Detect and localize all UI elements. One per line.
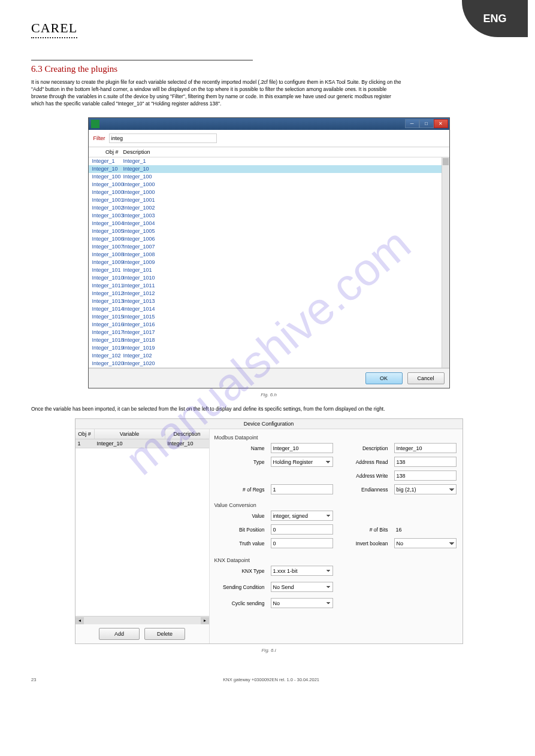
list-row[interactable]: Integer_102Integer_102 — [89, 352, 449, 360]
dialog2-title: Device Configuration — [75, 419, 463, 429]
row-desc: Integer_101 — [123, 267, 446, 273]
close-button[interactable]: ✕ — [434, 119, 448, 128]
scrollbar-thumb[interactable] — [443, 158, 449, 165]
list-row[interactable]: Integer_1011Integer_1011 — [89, 282, 449, 290]
doc-ref: KNX gateway +0300092EN rel. 1.0 - 30.04.… — [223, 677, 319, 682]
sendcond-select[interactable]: No Send — [271, 582, 333, 592]
type-select[interactable]: Holding Register — [271, 457, 333, 467]
value-select[interactable]: integer, signed — [271, 511, 333, 521]
scroll-right-icon[interactable]: ▸ — [201, 617, 209, 624]
list-row[interactable]: Integer_1020Integer_1020 — [89, 360, 449, 368]
col-desc: Description — [123, 149, 446, 155]
list-row[interactable]: Integer_1006Integer_1006 — [89, 235, 449, 243]
row-obj: Integer_1016 — [92, 321, 123, 327]
app-icon — [91, 120, 99, 128]
filter-input[interactable] — [109, 133, 217, 143]
list-row[interactable]: Integer_1016Integer_1016 — [89, 321, 449, 329]
cancel-button[interactable]: Cancel — [407, 372, 445, 384]
left-row[interactable]: 1 Integer_10 Integer_10 — [75, 439, 209, 448]
list-row[interactable]: Integer_1015Integer_1015 — [89, 313, 449, 321]
list-row[interactable]: Integer_1017Integer_1017 — [89, 329, 449, 336]
row-obj: Integer_1007 — [92, 244, 123, 250]
section-separator — [31, 60, 253, 60]
row-obj: Integer_1018 — [92, 337, 123, 343]
row-desc: Integer_1002 — [123, 205, 446, 211]
list-row[interactable]: Integer_1009Integer_1009 — [89, 259, 449, 266]
row-desc: Integer_1013 — [123, 298, 446, 304]
page-footer: 23 KNX gateway +0300092EN rel. 1.0 - 30.… — [31, 677, 506, 682]
filter-label: Filter — [93, 135, 105, 141]
list-row[interactable]: Integer_10Integer_10 — [89, 165, 449, 173]
endian-select[interactable]: big (2,1) — [394, 484, 457, 494]
row-desc: Integer_1016 — [123, 321, 446, 327]
list-row[interactable]: Integer_1003Integer_1003 — [89, 212, 449, 220]
ok-button[interactable]: OK — [365, 372, 403, 384]
invbool-select[interactable]: No — [394, 538, 457, 548]
row-obj: Integer_1005 — [92, 228, 123, 234]
addr-write-label: Address Write — [338, 473, 389, 479]
list-row[interactable]: Integer_1014Integer_1014 — [89, 305, 449, 313]
list-row[interactable]: Integer_101Integer_101 — [89, 266, 449, 274]
list-row[interactable]: Integer_1000Integer_1000 — [89, 189, 449, 196]
filter-bar: Filter — [89, 130, 449, 147]
scroll-left-icon[interactable]: ◂ — [75, 617, 84, 624]
row-desc: Integer_1019 — [123, 345, 446, 351]
bitpos-input[interactable] — [271, 524, 333, 535]
list-row[interactable]: Integer_1019Integer_1019 — [89, 344, 449, 352]
row-obj: Integer_1006 — [92, 236, 123, 242]
row-obj: Integer_1000 — [92, 181, 123, 187]
list-row[interactable]: Integer_1001Integer_1001 — [89, 196, 449, 204]
name-label: Name — [214, 445, 266, 451]
delete-button[interactable]: Delete — [144, 628, 185, 640]
list-row[interactable]: Integer_100Integer_100 — [89, 173, 449, 181]
row-obj: Integer_1012 — [92, 290, 123, 296]
list-row[interactable]: Integer_1012Integer_1012 — [89, 290, 449, 297]
list-row[interactable]: Integer_1008Integer_1008 — [89, 251, 449, 259]
desc-input[interactable] — [394, 443, 457, 453]
row-desc: Integer_1020 — [123, 360, 446, 366]
horizontal-scrollbar[interactable]: ◂ ▸ — [75, 616, 209, 624]
bitpos-label: Bit Position — [214, 527, 266, 533]
group-value: Value Conversion — [214, 500, 457, 511]
list-row[interactable]: Integer_1007Integer_1007 — [89, 243, 449, 251]
language-tab: ENG — [462, 0, 528, 37]
row-desc: Integer_10 — [123, 166, 446, 172]
row-obj: Integer_1010 — [92, 275, 123, 281]
minimize-button[interactable]: ─ — [405, 119, 419, 128]
button-row: OK Cancel — [89, 368, 449, 388]
add-button[interactable]: Add — [99, 628, 140, 640]
regs-input[interactable] — [271, 484, 333, 494]
list-row[interactable]: Integer_1005Integer_1005 — [89, 227, 449, 235]
list-row[interactable]: Integer_1002Integer_1002 — [89, 204, 449, 212]
regs-label: # of Regs — [214, 487, 266, 493]
row-desc: Integer_1000 — [123, 181, 446, 187]
row-desc: Integer_1005 — [123, 228, 446, 234]
name-input[interactable] — [271, 443, 333, 453]
list-row[interactable]: Integer_1013Integer_1013 — [89, 297, 449, 305]
knxtype-select[interactable]: 1.xxx 1-bit — [271, 566, 333, 576]
list-row[interactable]: Integer_1Integer_1 — [89, 157, 449, 165]
nbits-value — [394, 524, 457, 535]
right-pane: Modbus Datapoint Name Description Type H… — [210, 429, 463, 643]
list-row[interactable]: Integer_1018Integer_1018 — [89, 336, 449, 344]
row-obj: Integer_1001 — [92, 197, 123, 203]
list-row[interactable]: Integer_1010Integer_1010 — [89, 274, 449, 282]
row-obj: Integer_1003 — [92, 212, 123, 218]
addr-write-input[interactable] — [394, 470, 457, 481]
list-row[interactable]: Integer_1000Integer_1000 — [89, 181, 449, 189]
row-desc: Integer_1004 — [123, 220, 446, 226]
row-desc: Integer_1000 — [123, 189, 446, 195]
group-knx: KNX Datapoint — [214, 555, 457, 566]
row-desc: Integer_1010 — [123, 275, 446, 281]
row-obj: Integer_1 — [92, 158, 123, 164]
row-obj: Integer_1014 — [92, 306, 123, 312]
list-row[interactable]: Integer_1004Integer_1004 — [89, 220, 449, 227]
addr-read-input[interactable] — [394, 457, 457, 467]
left-list-space — [75, 448, 209, 616]
titlebar: ─ □ ✕ — [89, 118, 449, 130]
maximize-button[interactable]: □ — [419, 119, 434, 128]
left-col-var: Variable — [95, 429, 165, 439]
cyclic-select[interactable]: No — [271, 598, 333, 608]
sendcond-label: Sending Condition — [214, 584, 266, 590]
truth-input[interactable] — [271, 538, 333, 548]
